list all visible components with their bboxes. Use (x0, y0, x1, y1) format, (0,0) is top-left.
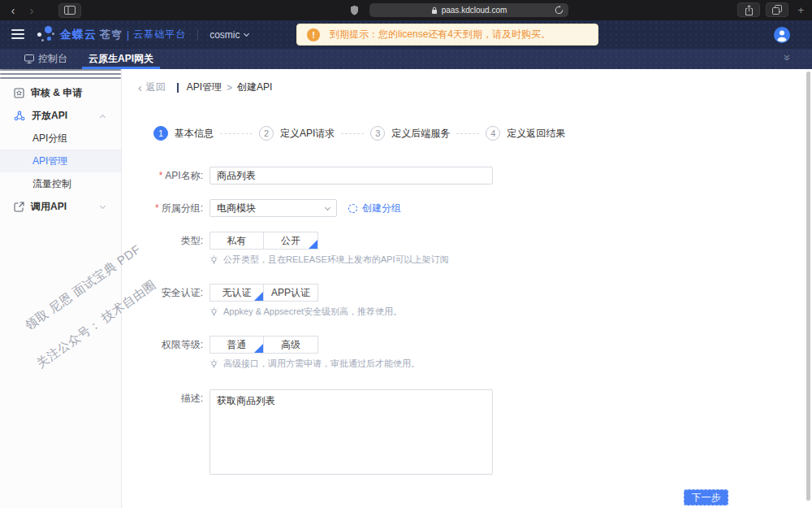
desc-row: 描述: (122, 389, 812, 478)
type-option-public[interactable]: 公开 (264, 232, 318, 250)
browser-forward-button[interactable]: › (25, 3, 38, 17)
share-button[interactable] (737, 2, 760, 17)
type-hint: 公开类型，且在RELEASE环境上发布的API可以上架订阅 (209, 254, 448, 266)
lightbulb-icon (209, 359, 218, 369)
main-content: ‹ 返回 API管理 > 创建API 1 基本信息 2 定义API请求 3 定义… (122, 69, 812, 508)
logo-product: 云基础平台 (133, 28, 186, 41)
group-label: *所属分组: (122, 199, 203, 217)
step-3: 3 定义后端服务 (370, 126, 450, 141)
invoke-api-icon (14, 202, 24, 212)
sidebar-item-open-api[interactable]: 开放API (0, 104, 121, 127)
sidebar-item-api-management[interactable]: API管理 (0, 150, 121, 172)
workspace-divider (197, 29, 198, 41)
address-bar[interactable]: paas.kdcloud.com (369, 3, 568, 17)
approval-icon (14, 88, 24, 98)
sidebar-collapse-icon[interactable] (0, 69, 121, 79)
sidebar-item-traffic-control[interactable]: 流量控制 (0, 172, 121, 195)
back-arrow-icon[interactable]: ‹ (138, 81, 142, 94)
tab-console[interactable]: 控制台 (24, 49, 67, 69)
auth-hint-text: Appkey & Appsecret安全级别高，推荐使用。 (223, 306, 402, 318)
license-alert-banner: ! 到期提示：您的license还有4天到期，请及时购买。 (296, 24, 598, 46)
perm-hint-text: 高级接口，调用方需申请，审批通过后才能使用。 (223, 358, 420, 370)
perm-option-advanced[interactable]: 高级 (264, 336, 318, 354)
chevron-down-icon (325, 204, 330, 210)
sidebar-item-label: 开放API (32, 109, 67, 123)
menu-hamburger-icon[interactable] (11, 29, 24, 41)
required-mark: * (155, 202, 159, 214)
logo-name: 金蝶云 (60, 28, 97, 42)
open-api-icon (14, 111, 25, 121)
tab-gateway-label: 云原生API网关 (89, 52, 153, 66)
logo-divider: | (127, 29, 129, 41)
breadcrumb: ‹ 返回 API管理 > 创建API (138, 80, 272, 94)
breadcrumb-separator: > (227, 82, 232, 93)
vertical-scrollbar[interactable] (806, 72, 810, 501)
breadcrumb-section[interactable]: API管理 (187, 80, 222, 94)
alert-text: 到期提示：您的license还有4天到期，请及时购买。 (330, 28, 551, 41)
auth-hint: Appkey & Appsecret安全级别高，推荐使用。 (209, 306, 402, 318)
app-nav: 控制台 云原生API网关 » (0, 49, 812, 69)
next-step-button[interactable]: 下一步 (684, 489, 728, 506)
tabs-icon (772, 5, 782, 15)
api-name-label: *API名称: (122, 167, 203, 185)
desc-label: 描述: (122, 389, 203, 407)
auth-row: 安全认证: 无认证 APP认证 Appkey & Appsecret安全级别高，… (122, 284, 812, 318)
sidebar-item-label: 流量控制 (32, 177, 71, 191)
lightbulb-icon (209, 307, 218, 317)
perm-row: 权限等级: 普通 高级 高级接口，调用方需申请，审批通过后才能使用。 (122, 336, 812, 370)
create-group-label: 创建分组 (362, 202, 401, 215)
kingdee-logo-icon (36, 25, 55, 45)
new-tab-button[interactable]: + (797, 4, 804, 16)
browser-chrome: ‹ › paas.kdcloud.com (0, 0, 812, 20)
type-label: 类型: (122, 232, 203, 250)
perm-option-normal[interactable]: 普通 (209, 336, 264, 354)
chevron-down-icon (244, 31, 249, 37)
reload-icon[interactable] (555, 6, 564, 15)
workspace-selector[interactable]: cosmic (209, 29, 240, 41)
step-connector (341, 133, 364, 134)
browser-back-button[interactable]: ‹ (6, 3, 19, 17)
sidebar-item-api-group[interactable]: API分组 (0, 127, 121, 150)
step-4: 4 定义返回结果 (486, 126, 565, 141)
share-icon (745, 5, 754, 15)
tabs-button[interactable] (766, 2, 788, 17)
required-mark: * (159, 170, 163, 181)
step-number: 4 (486, 126, 500, 141)
create-api-form: *API名称: *所属分组: 电商模块 创建分组 (122, 167, 812, 478)
sidebar-item-label: 调用API (31, 200, 67, 214)
sidebar-item-invoke-api[interactable]: 调用API (0, 195, 121, 218)
tab-api-gateway[interactable]: 云原生API网关 (89, 49, 153, 69)
logo-subname: 苍穹 (100, 28, 123, 42)
breadcrumb-current: 创建API (237, 80, 272, 94)
app-header: 金蝶云 苍穹 | 云基础平台 cosmic ! 到期提示：您的license还有… (0, 20, 812, 49)
double-chevron-down-icon[interactable]: » (781, 54, 794, 61)
lock-icon (431, 7, 438, 15)
step-1: 1 基本信息 (153, 126, 214, 141)
privacy-shield-icon[interactable] (350, 5, 359, 15)
perm-hint: 高级接口，调用方需申请，审批通过后才能使用。 (209, 358, 420, 370)
logo-group: 金蝶云 苍穹 | 云基础平台 cosmic (36, 20, 248, 49)
auth-option-app[interactable]: APP认证 (264, 284, 318, 302)
description-textarea[interactable] (209, 389, 493, 475)
browser-sidebar-toggle-button[interactable] (58, 3, 81, 18)
auth-option-none[interactable]: 无认证 (209, 284, 264, 302)
group-select[interactable]: 电商模块 (209, 199, 337, 217)
create-group-link[interactable]: 创建分组 (348, 202, 401, 215)
auth-label: 安全认证: (122, 284, 203, 302)
type-option-private[interactable]: 私有 (209, 232, 264, 250)
chevron-up-icon (100, 114, 106, 119)
chevron-down-icon (100, 202, 106, 208)
browser-nav-buttons: ‹ › (6, 3, 81, 18)
step-number: 3 (370, 126, 385, 141)
step-label: 定义API请求 (280, 127, 335, 141)
breadcrumb-back-link[interactable]: 返回 (146, 80, 166, 94)
tab-console-label: 控制台 (38, 52, 67, 66)
user-avatar[interactable] (774, 27, 790, 43)
step-label: 基本信息 (175, 127, 214, 141)
sidebar-item-approval[interactable]: 审核 & 申请 (0, 81, 121, 104)
sidebar-item-label: API分组 (32, 132, 67, 145)
api-name-input[interactable] (209, 167, 493, 185)
sidebar-panels-icon (64, 6, 76, 15)
type-row: 类型: 私有 公开 公开类型，且在RELEASE环境上发布的API可以上架订阅 (122, 232, 812, 266)
sidebar-item-label: 审核 & 申请 (31, 86, 82, 100)
